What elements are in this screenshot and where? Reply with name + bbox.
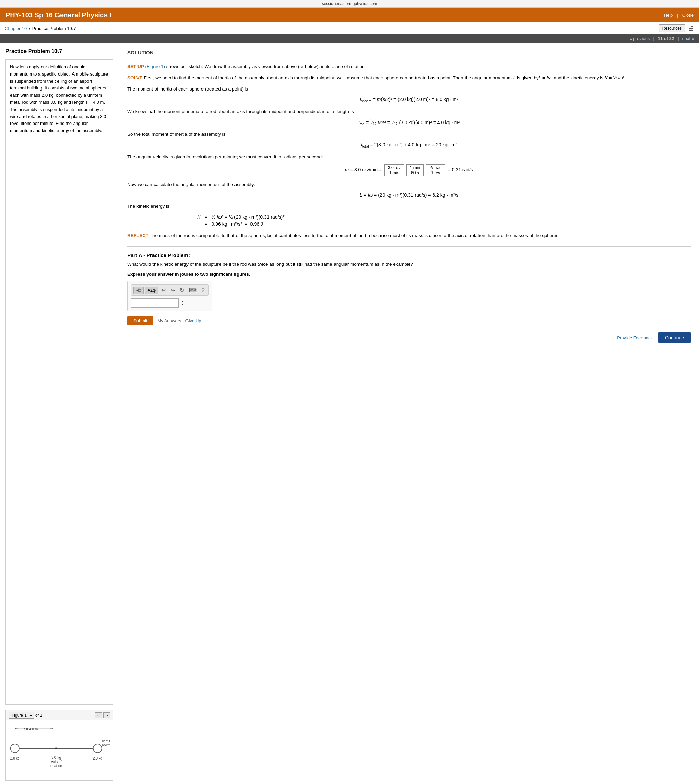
print-icon[interactable]: 🖨 (688, 25, 694, 32)
problem-box: Now let's apply our definition of angula… (5, 59, 113, 705)
provide-feedback-link[interactable]: Provide Feedback (617, 335, 653, 340)
greek-button[interactable]: AΣφ (145, 286, 158, 294)
url-bar: session.masteringphysics.com (0, 0, 699, 8)
keyboard-button[interactable]: ⌨ (187, 286, 199, 294)
figure-header: Figure 1 of 1 < > (6, 711, 113, 720)
redo-button[interactable]: ↪ (169, 286, 177, 294)
breadcrumb-bar: Chapter 10 › Practice Problem 10.7 Resou… (0, 22, 699, 35)
resources-area: Resources 🖨 (659, 25, 694, 32)
eq-omega: ω = 3.0 rev/min = 3.0 rev 1 min 1 min 60… (127, 164, 691, 176)
eq-sphere: Isphere = m(s/2)² = (2.0 kg)(2.0 m)² = 8… (127, 97, 691, 103)
part-a-question: What would the kinetic energy of the scu… (127, 261, 691, 268)
answer-unit: J (181, 301, 184, 306)
right-panel: SOLUTION SET UP (Figure 1) shows our ske… (119, 43, 699, 784)
continue-button[interactable]: Continue (658, 332, 691, 343)
submit-button[interactable]: Submit (127, 316, 153, 325)
answer-input-row: J (131, 298, 209, 308)
figure1-link[interactable]: (Figure 1) (145, 64, 166, 69)
chapter-link[interactable]: Chapter 10 (5, 26, 27, 31)
footer-actions: Provide Feedback Continue (127, 332, 691, 343)
svg-text:3.0 kg: 3.0 kg (51, 756, 61, 759)
part-a-title: Part A - Practice Problem: (127, 252, 691, 258)
problem-title: Practice Problem 10.7 (5, 48, 113, 55)
figure-area: Figure 1 of 1 < > s = 4.0 m (5, 710, 113, 781)
resources-button[interactable]: Resources (659, 25, 686, 32)
svg-text:rev/min: rev/min (103, 743, 110, 746)
help-icon-button[interactable]: ? (200, 286, 206, 294)
figure-prev-btn[interactable]: < (95, 712, 102, 718)
next-link[interactable]: next » (682, 36, 694, 41)
svg-text:Axis of: Axis of (51, 760, 61, 764)
svg-text:=: = (26, 727, 28, 731)
answer-area: √□ AΣφ ↩ ↪ ↻ ⌨ ? J (127, 281, 212, 311)
header-links: Help | Close (664, 13, 694, 18)
figure-next-btn[interactable]: > (103, 712, 110, 718)
breadcrumb-current: Practice Problem 10.7 (32, 26, 76, 31)
svg-point-15 (93, 744, 102, 753)
figure-nav: < > (95, 712, 110, 718)
setup-paragraph: SET UP (Figure 1) shows our sketch. We d… (127, 63, 691, 71)
para3: So the total moment of inertia of the as… (127, 131, 691, 139)
svg-text:s: s (23, 727, 25, 731)
give-up-link[interactable]: Give Up (186, 318, 202, 323)
figure-of: of 1 (35, 713, 42, 718)
svg-point-9 (10, 744, 20, 753)
submit-row: Submit My Answers Give Up (127, 316, 691, 325)
reflect-label: REFLECT (127, 233, 148, 238)
part-a-instruction: Express your answer in joules to two sig… (127, 271, 691, 277)
left-panel: Practice Problem 10.7 Now let's apply ou… (0, 43, 119, 784)
solve-paragraph: SOLVE First, we need to find the moment … (127, 74, 691, 82)
eq-total: Itotal = 2(8.0 kg · m²) + 4.0 kg · m² = … (127, 142, 691, 148)
part-a-section: Part A - Practice Problem: What would th… (127, 246, 691, 343)
help-link[interactable]: Help (664, 13, 673, 18)
svg-text:ω = 3.0: ω = 3.0 (103, 739, 110, 743)
app-header: PHY-103 Sp 16 General Physics I Help | C… (0, 8, 699, 22)
answer-input[interactable] (131, 298, 179, 308)
sqrt-button[interactable]: √□ (133, 286, 144, 294)
refresh-button[interactable]: ↻ (178, 286, 186, 294)
svg-text:rotation: rotation (50, 764, 62, 767)
app-title: PHY-103 Sp 16 General Physics I (5, 11, 111, 19)
nav-counter: 11 of 22 (658, 36, 674, 41)
setup-text: shows our sketch. We draw the assembly a… (166, 64, 366, 69)
problem-text: Now let's apply our definition of angula… (10, 65, 108, 133)
eq-rod: Irod = 1⁄12 Ms² = 1⁄12 (3.0 kg)(4.0 m)² … (127, 119, 691, 126)
reflect-paragraph: REFLECT The mass of the rod is comparabl… (127, 232, 691, 240)
figure-select[interactable]: Figure 1 (8, 712, 34, 719)
svg-text:2.0 kg: 2.0 kg (10, 756, 20, 760)
nav-bar: « previous | 11 of 22 | next » (0, 35, 699, 43)
svg-point-11 (55, 747, 57, 749)
eq-L: L = Iω = (20 kg · m²)(0.31 rad/s) = 6.2 … (127, 192, 691, 198)
svg-text:4.0 m: 4.0 m (29, 727, 38, 731)
para1: The moment of inertia of each sphere (tr… (127, 85, 691, 93)
math-toolbar: √□ AΣφ ↩ ↪ ↻ ⌨ ? (131, 284, 209, 296)
para5: Now we can calculate the angular momentu… (127, 181, 691, 189)
main-layout: Practice Problem 10.7 Now let's apply ou… (0, 43, 699, 784)
solve-intro: First, we need to find the moment of ine… (144, 75, 626, 80)
para4: The angular velocity is given in revolut… (127, 153, 691, 161)
close-link[interactable]: Close (682, 13, 694, 18)
undo-button[interactable]: ↩ (160, 286, 167, 294)
figure-diagram: s = 4.0 m 2.0 kg 3.0 kg (8, 724, 110, 776)
my-answers-link[interactable]: My Answers (157, 318, 181, 323)
solution-header: SOLUTION (127, 50, 691, 58)
breadcrumb: Chapter 10 › Practice Problem 10.7 (5, 26, 76, 31)
eq-K: K = ½ Iω² = ½ (20 kg · m²)(0.31 rad/s)² … (195, 214, 691, 227)
url-text: session.masteringphysics.com (322, 2, 378, 6)
figure-label-area: Figure 1 of 1 (8, 712, 42, 719)
setup-label: SET UP (127, 64, 144, 69)
para2: We know that the moment of inertia of a … (127, 108, 691, 116)
solve-label: SOLVE (127, 75, 142, 80)
previous-link[interactable]: « previous (629, 36, 650, 41)
breadcrumb-arrow: › (28, 26, 30, 31)
svg-text:2.0 kg: 2.0 kg (93, 756, 103, 760)
figure-content: s = 4.0 m 2.0 kg 3.0 kg (6, 720, 113, 781)
para6: The kinetic energy is (127, 202, 691, 210)
reflect-text: The mass of the rod is comparable to tha… (150, 233, 560, 238)
